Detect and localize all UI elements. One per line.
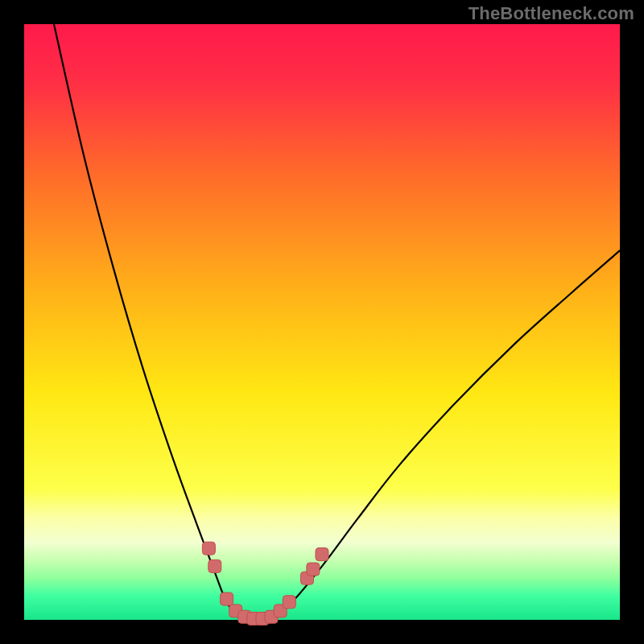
- watermark-text: TheBottleneck.com: [469, 3, 634, 24]
- data-marker: [202, 542, 215, 555]
- data-marker: [307, 563, 320, 576]
- data-marker: [208, 559, 221, 572]
- data-marker: [221, 592, 233, 605]
- data-marker: [316, 548, 328, 561]
- data-marker: [283, 596, 295, 609]
- bottleneck-chart: [0, 0, 644, 644]
- plot-background: [24, 24, 620, 620]
- chart-frame: TheBottleneck.com: [0, 0, 644, 644]
